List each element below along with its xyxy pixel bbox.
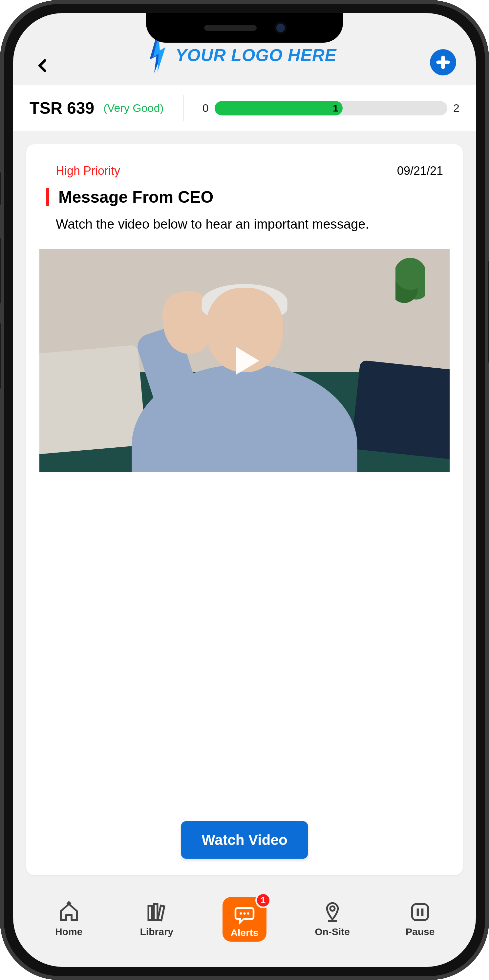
chat-bubble-icon	[234, 904, 255, 925]
tab-label: Pause	[406, 926, 435, 937]
tab-label: Alerts	[230, 927, 258, 939]
priority-label: High Priority	[56, 164, 120, 178]
chevron-left-icon	[36, 59, 49, 73]
divider	[183, 95, 183, 121]
tab-bar: Home Library 1	[13, 888, 476, 967]
tsr-rating: (Very Good)	[104, 102, 163, 115]
card-title-row: Message From CEO	[39, 185, 450, 215]
tsr-gauge: 0 1 2	[202, 101, 459, 115]
svg-marker-2	[236, 347, 259, 375]
video-scene-cushion	[39, 345, 146, 455]
svg-point-8	[247, 912, 249, 915]
phone-volume-down	[0, 321, 1, 390]
library-icon	[146, 901, 167, 923]
gauge-min: 0	[202, 102, 209, 115]
back-button[interactable]	[33, 56, 53, 75]
tsr-score: TSR 639	[30, 99, 94, 118]
phone-screen: YOUR LOGO HERE TSR 639 (Very Good) 0 1 2	[13, 13, 476, 967]
svg-rect-4	[154, 904, 158, 920]
phone-mute-switch	[0, 170, 1, 207]
phone-camera	[276, 24, 285, 32]
phone-volume-up	[0, 236, 1, 305]
phone-frame: YOUR LOGO HERE TSR 639 (Very Good) 0 1 2	[0, 0, 489, 980]
plus-icon	[436, 55, 450, 70]
gauge-track[interactable]: 1	[215, 101, 448, 115]
add-button[interactable]	[430, 49, 456, 75]
alert-body: Watch the video below to hear an importa…	[39, 215, 450, 249]
phone-speaker	[204, 25, 256, 31]
phone-notch	[146, 13, 343, 43]
card-meta-row: High Priority 09/21/21	[39, 164, 450, 185]
watch-video-button[interactable]: Watch Video	[181, 821, 308, 859]
tab-label: Home	[55, 926, 82, 937]
alert-date: 09/21/21	[397, 164, 443, 178]
location-pin-icon	[322, 901, 343, 923]
alerts-badge: 1	[255, 892, 271, 908]
svg-rect-11	[412, 904, 428, 920]
alert-title: Message From CEO	[59, 188, 213, 207]
home-icon	[58, 901, 80, 923]
tab-label: On-Site	[315, 926, 350, 937]
content-area: High Priority 09/21/21 Message From CEO …	[13, 131, 476, 888]
alert-card: High Priority 09/21/21 Message From CEO …	[26, 144, 463, 875]
gauge-max: 2	[453, 102, 459, 115]
svg-rect-5	[158, 905, 164, 920]
video-scene-plant	[395, 258, 425, 310]
priority-accent-bar	[46, 188, 49, 206]
gauge-fill	[215, 101, 342, 115]
tsr-bar: TSR 639 (Very Good) 0 1 2	[13, 85, 476, 131]
svg-point-6	[240, 912, 242, 915]
video-scene-cushion	[351, 360, 450, 460]
svg-point-7	[244, 912, 246, 915]
pause-icon	[409, 901, 431, 923]
svg-point-9	[330, 906, 335, 911]
gauge-value: 1	[333, 103, 338, 114]
tab-onsite[interactable]: On-Site	[288, 901, 376, 937]
svg-rect-3	[149, 906, 152, 920]
logo-text: YOUR LOGO HERE	[175, 45, 337, 65]
tab-alerts[interactable]: 1 Alerts	[201, 897, 288, 942]
tab-pause[interactable]: Pause	[376, 901, 464, 937]
play-icon	[221, 338, 268, 384]
tab-label: Library	[140, 926, 174, 937]
tab-home[interactable]: Home	[25, 901, 113, 937]
tab-library[interactable]: Library	[113, 901, 201, 937]
video-thumbnail[interactable]	[39, 249, 450, 472]
